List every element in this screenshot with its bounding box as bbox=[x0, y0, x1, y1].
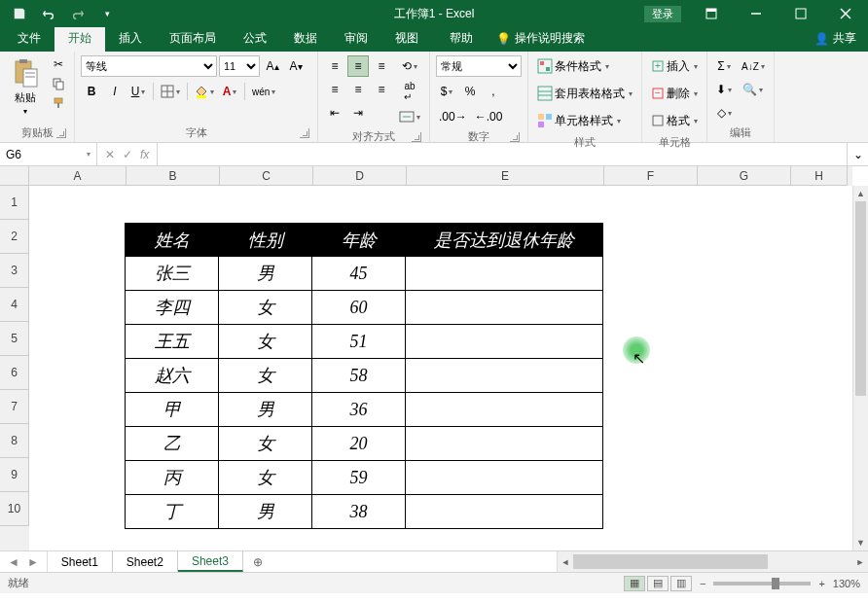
font-name-combo[interactable]: 等线 bbox=[81, 55, 217, 77]
fill-color-button[interactable]: ▾ bbox=[192, 81, 217, 102]
table-cell[interactable]: 20 bbox=[312, 427, 406, 461]
table-cell[interactable]: 60 bbox=[312, 291, 406, 325]
increase-font-icon[interactable]: A▴ bbox=[262, 55, 283, 77]
zoom-slider[interactable] bbox=[713, 582, 811, 585]
bold-button[interactable]: B bbox=[81, 81, 102, 102]
ribbon-options-icon[interactable] bbox=[689, 0, 734, 27]
column-headers[interactable]: ABCDEFGH bbox=[29, 166, 852, 186]
expand-formula-bar-icon[interactable]: ⌄ bbox=[847, 143, 868, 165]
close-button[interactable] bbox=[823, 0, 868, 27]
table-cell[interactable]: 男 bbox=[219, 495, 312, 529]
undo-icon[interactable] bbox=[39, 5, 58, 22]
tab-page-layout[interactable]: 页面布局 bbox=[156, 25, 230, 52]
sheet-nav-prev-icon[interactable]: ◄ bbox=[8, 555, 19, 569]
maximize-button[interactable] bbox=[778, 0, 823, 27]
decrease-decimal-icon[interactable]: ←.00 bbox=[472, 106, 506, 127]
select-all-corner[interactable] bbox=[0, 166, 29, 186]
decrease-indent-icon[interactable]: ⇤ bbox=[324, 102, 345, 124]
zoom-out-button[interactable]: − bbox=[700, 578, 705, 589]
table-cell[interactable] bbox=[406, 359, 603, 393]
horizontal-scrollbar[interactable]: ◄ ► bbox=[557, 551, 868, 572]
table-cell[interactable]: 38 bbox=[312, 495, 406, 529]
paste-button[interactable]: 粘贴 ▾ bbox=[6, 55, 45, 118]
table-cell[interactable] bbox=[406, 257, 603, 291]
row-header[interactable]: 6 bbox=[0, 356, 29, 390]
tab-formulas[interactable]: 公式 bbox=[230, 25, 280, 52]
redo-icon[interactable] bbox=[68, 5, 88, 22]
format-as-table-button[interactable]: 套用表格格式▾ bbox=[534, 83, 635, 104]
align-bottom-icon[interactable]: ≡ bbox=[371, 55, 392, 77]
align-right-icon[interactable]: ≡ bbox=[371, 79, 392, 100]
page-break-view-icon[interactable]: ▥ bbox=[670, 576, 692, 591]
vertical-scrollbar[interactable]: ▲ ▼ bbox=[852, 186, 868, 550]
table-cell[interactable]: 59 bbox=[312, 461, 406, 495]
table-cell[interactable] bbox=[406, 461, 603, 495]
formula-input[interactable] bbox=[158, 143, 847, 165]
table-cell[interactable] bbox=[406, 495, 603, 529]
table-cell[interactable] bbox=[406, 393, 603, 427]
column-header[interactable]: G bbox=[698, 166, 791, 186]
table-cell[interactable]: 张三 bbox=[126, 257, 219, 291]
table-cell[interactable]: 男 bbox=[219, 393, 312, 427]
scroll-down-icon[interactable]: ▼ bbox=[853, 535, 868, 550]
table-cell[interactable]: 李四 bbox=[126, 291, 219, 325]
scroll-up-icon[interactable]: ▲ bbox=[853, 186, 868, 201]
column-header[interactable]: E bbox=[407, 166, 604, 186]
accounting-format-button[interactable]: $▾ bbox=[436, 81, 457, 102]
delete-cells-button[interactable]: −删除▾ bbox=[648, 83, 701, 104]
share-button[interactable]: 👤 共享 bbox=[803, 25, 868, 52]
copy-icon[interactable] bbox=[49, 75, 68, 92]
table-cell[interactable]: 51 bbox=[312, 325, 406, 359]
align-left-icon[interactable]: ≡ bbox=[324, 79, 345, 100]
scroll-left-icon[interactable]: ◄ bbox=[558, 557, 573, 567]
column-header[interactable]: H bbox=[791, 166, 848, 186]
format-painter-icon[interactable] bbox=[49, 94, 68, 112]
table-cell[interactable]: 女 bbox=[219, 291, 312, 325]
table-cell[interactable]: 乙 bbox=[126, 427, 219, 461]
scroll-right-icon[interactable]: ► bbox=[852, 557, 868, 567]
new-sheet-button[interactable]: ⊕ bbox=[243, 551, 272, 572]
comma-button[interactable]: , bbox=[483, 81, 504, 102]
minimize-button[interactable] bbox=[734, 0, 778, 27]
find-select-button[interactable]: 🔍▾ bbox=[739, 79, 768, 100]
increase-decimal-icon[interactable]: .00→ bbox=[436, 106, 470, 127]
table-cell[interactable]: 36 bbox=[312, 393, 406, 427]
row-header[interactable]: 1 bbox=[0, 186, 29, 220]
align-center-icon[interactable]: ≡ bbox=[347, 79, 369, 100]
table-cell[interactable]: 女 bbox=[219, 325, 312, 359]
sort-filter-button[interactable]: A↓Z▾ bbox=[739, 55, 768, 77]
row-header[interactable]: 5 bbox=[0, 322, 29, 356]
table-cell[interactable]: 男 bbox=[219, 257, 312, 291]
table-cell[interactable] bbox=[406, 427, 603, 461]
orientation-button[interactable]: ⟲▾ bbox=[396, 55, 423, 77]
table-cell[interactable]: 甲 bbox=[126, 393, 219, 427]
insert-cells-button[interactable]: +插入▾ bbox=[648, 55, 701, 77]
dialog-launcher-icon[interactable] bbox=[510, 132, 520, 142]
tab-data[interactable]: 数据 bbox=[280, 25, 331, 52]
align-middle-icon[interactable]: ≡ bbox=[347, 55, 369, 77]
tab-review[interactable]: 审阅 bbox=[331, 25, 381, 52]
row-header[interactable]: 8 bbox=[0, 424, 29, 458]
phonetic-button[interactable]: wén▾ bbox=[249, 81, 278, 102]
clear-button[interactable]: ◇▾ bbox=[713, 102, 735, 124]
sheet-tab[interactable]: Sheet3 bbox=[178, 551, 243, 572]
tab-insert[interactable]: 插入 bbox=[105, 25, 156, 52]
save-icon[interactable] bbox=[10, 5, 29, 22]
dialog-launcher-icon[interactable] bbox=[56, 128, 66, 138]
name-box[interactable]: G6▾ bbox=[0, 143, 97, 165]
row-headers[interactable]: 12345678910 bbox=[0, 186, 29, 550]
dialog-launcher-icon[interactable] bbox=[412, 132, 421, 142]
row-header[interactable]: 10 bbox=[0, 492, 29, 526]
column-header[interactable]: D bbox=[313, 166, 407, 186]
normal-view-icon[interactable]: ▦ bbox=[624, 576, 645, 591]
column-header[interactable]: F bbox=[604, 166, 698, 186]
fx-icon[interactable]: fx bbox=[140, 148, 149, 161]
tab-home[interactable]: 开始 bbox=[54, 25, 105, 52]
sheet-tab[interactable]: Sheet2 bbox=[113, 551, 178, 572]
column-header[interactable]: C bbox=[220, 166, 313, 186]
conditional-formatting-button[interactable]: 条件格式▾ bbox=[534, 55, 612, 77]
table-cell[interactable] bbox=[406, 291, 603, 325]
table-cell[interactable]: 45 bbox=[312, 257, 406, 291]
table-cell[interactable]: 女 bbox=[219, 359, 312, 393]
increase-indent-icon[interactable]: ⇥ bbox=[347, 102, 369, 124]
